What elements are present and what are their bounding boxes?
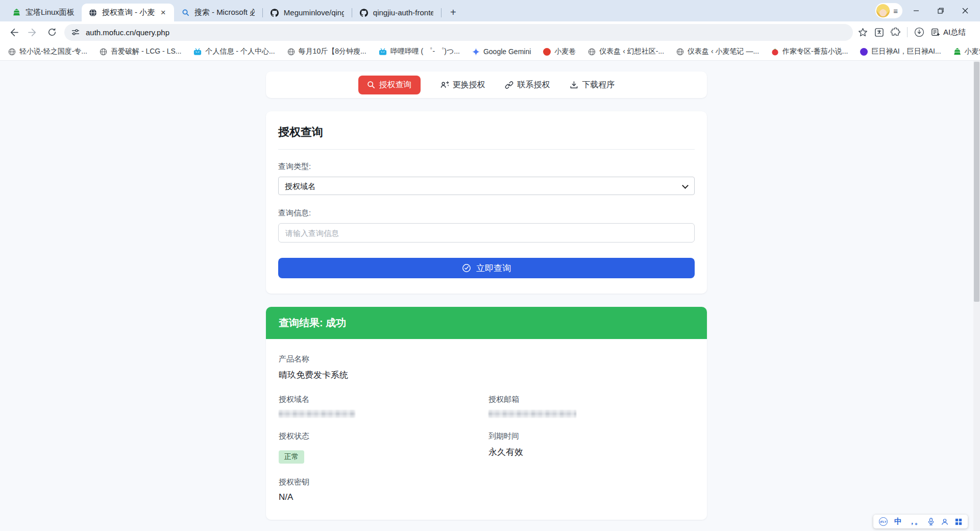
globe-icon	[100, 48, 107, 56]
ime-punctuation-icon[interactable]: ，。	[909, 517, 921, 526]
auth-key-value: N/A	[279, 492, 694, 502]
tab-separator	[441, 8, 442, 17]
bilibili-icon	[193, 48, 202, 56]
ime-mic-icon[interactable]	[927, 518, 935, 525]
tab-title: 授权查询 - 小麦授	[102, 8, 155, 17]
tab-title: 宝塔Linux面板	[26, 8, 75, 17]
bookmarks-bar: 轻小说-轻之国度-专... 吾爱破解 - LCG - LS... 个人信息 - …	[0, 43, 980, 61]
bookmark-item[interactable]: 仪表盘 ‹ 小麦笔记 —...	[676, 47, 759, 56]
avatar	[876, 4, 890, 17]
translate-icon[interactable]	[874, 28, 884, 37]
ai-summary-button[interactable]: AI总结	[931, 28, 966, 37]
new-tab-button[interactable]: +	[446, 5, 460, 19]
bookmark-item[interactable]: 巨日禄AI，巨日禄AI...	[860, 47, 941, 56]
reload-icon[interactable]	[45, 25, 59, 39]
browser-toolbar: auth.mofuc.cn/query.php AI总结	[0, 21, 980, 43]
query-result-card: 查询结果: 成功 产品名称 晴玖免费发卡系统 授权域名 授权邮箱	[266, 307, 707, 520]
auth-query-card: 授权查询 查询类型: 授权域名 查询信息: 立即查询	[266, 111, 707, 294]
globe-icon	[676, 48, 684, 56]
query-type-select[interactable]: 授权域名	[278, 177, 695, 195]
search-icon	[367, 81, 375, 89]
switch-user-icon	[440, 81, 449, 89]
close-tab-icon[interactable]: ×	[160, 8, 167, 17]
status-badge: 正常	[279, 450, 304, 464]
bookmark-item[interactable]: Google Gemini	[472, 47, 531, 56]
result-field-status: 授权状态 正常	[279, 431, 484, 464]
forward-icon[interactable]	[26, 25, 40, 39]
query-info-label: 查询信息:	[278, 208, 695, 218]
tab-separator	[262, 8, 263, 17]
divider	[278, 149, 695, 150]
tab-auth-query-active[interactable]: 授权查询 - 小麦授 ×	[82, 4, 174, 21]
ime-toolbar: iFLY 中 ，。	[873, 515, 968, 528]
bookmark-item[interactable]: 每月10斤【8分钟瘦...	[287, 47, 366, 56]
globe-icon	[588, 48, 596, 56]
result-field-product: 产品名称 晴玖免费发卡系统	[279, 354, 694, 381]
globe-favicon-icon	[89, 8, 97, 17]
bookmark-item[interactable]: 轻小说-轻之国度-专...	[8, 47, 87, 56]
bookmark-item[interactable]: 小麦笔记-云服务器	[953, 47, 980, 56]
extensions-puzzle-icon[interactable]	[891, 28, 900, 37]
download-icon	[570, 81, 578, 89]
nav-contact-auth-button[interactable]: 联系授权	[505, 80, 550, 90]
link-icon	[505, 81, 513, 89]
page-scrollbar[interactable]	[973, 61, 980, 531]
expiry-value: 永久有效	[488, 446, 694, 458]
profile-menu-icon: ≡	[893, 7, 897, 15]
github-icon	[360, 8, 369, 17]
query-info-input[interactable]	[278, 223, 695, 243]
github-icon	[271, 8, 279, 17]
nav-auth-query-button[interactable]: 授权查询	[358, 76, 421, 94]
close-window-button[interactable]	[954, 2, 976, 19]
baota-icon	[12, 8, 21, 17]
site-nav-bar: 授权查询 更换授权 联系授权 下载程序	[266, 71, 707, 98]
result-field-domain: 授权域名	[279, 395, 484, 418]
bookmark-star-icon[interactable]	[858, 28, 868, 37]
tab-title: Meguminlove/qingji	[284, 8, 344, 17]
nav-download-program-button[interactable]: 下载程序	[570, 80, 615, 90]
url-text[interactable]: auth.mofuc.cn/query.php	[86, 28, 169, 37]
ime-language-mode[interactable]: 中	[894, 517, 902, 526]
tab-github-repo-2[interactable]: qingjiu-auth-fronten	[353, 4, 440, 21]
bookmark-item[interactable]: 哔哩哔哩 ( ゜- ゜)つ...	[379, 47, 460, 56]
scrollbar-thumb[interactable]	[974, 62, 979, 302]
tune-icon[interactable]	[71, 28, 80, 36]
check-circle-icon	[462, 263, 471, 273]
downloads-icon[interactable]	[914, 27, 924, 37]
tab-strip: 宝塔Linux面板 授权查询 - 小麦授 × 搜索 - Microsoft 必应…	[0, 0, 980, 21]
globe-icon	[8, 48, 16, 56]
tab-baota-panel[interactable]: 宝塔Linux面板	[5, 4, 82, 21]
minimize-button[interactable]	[905, 2, 927, 19]
nav-change-auth-button[interactable]: 更换授权	[440, 80, 485, 90]
globe-icon	[287, 48, 295, 56]
xiaomaijuan-icon	[543, 48, 551, 56]
restore-button[interactable]	[930, 2, 951, 19]
jurilu-ai-icon	[860, 48, 868, 56]
ai-summary-icon	[931, 28, 940, 37]
result-status-header: 查询结果: 成功	[266, 307, 707, 339]
query-type-label: 查询类型:	[278, 162, 695, 172]
card-title: 授权查询	[278, 125, 695, 140]
page-content: 授权查询 更换授权 联系授权 下载程序 授权查询 查询类型: 授权域名	[0, 61, 980, 531]
toolbar-divider	[907, 27, 908, 37]
bookmark-item[interactable]: 个人信息 - 个人中心...	[193, 47, 275, 56]
address-bar[interactable]: auth.mofuc.cn/query.php	[64, 24, 853, 41]
tab-title: 搜索 - Microsoft 必应	[194, 8, 255, 17]
result-field-expiry: 到期时间 永久有效	[488, 431, 694, 464]
ime-user-icon[interactable]	[941, 518, 948, 525]
bookmark-item[interactable]: 吾爱破解 - LCG - LS...	[100, 47, 181, 56]
redacted-domain-value	[279, 410, 355, 418]
back-icon[interactable]	[6, 25, 20, 39]
bookmark-item[interactable]: 作家专区-番茄小说...	[771, 47, 848, 56]
tab-github-repo-1[interactable]: Meguminlove/qingji	[263, 4, 351, 21]
tab-bing-search[interactable]: 搜索 - Microsoft 必应	[174, 4, 262, 21]
ifly-logo-icon[interactable]: iFLY	[879, 517, 888, 526]
profile-pill[interactable]: ≡	[875, 3, 902, 18]
ime-grid-icon[interactable]	[955, 518, 962, 525]
product-name-value: 晴玖免费发卡系统	[279, 369, 694, 381]
bilibili-icon	[379, 48, 387, 56]
bookmark-item[interactable]: 仪表盘 ‹ 幻想社区-...	[588, 47, 664, 56]
submit-query-button[interactable]: 立即查询	[278, 258, 695, 278]
bookmark-item[interactable]: 小麦卷	[543, 47, 576, 56]
tab-separator	[352, 8, 352, 17]
